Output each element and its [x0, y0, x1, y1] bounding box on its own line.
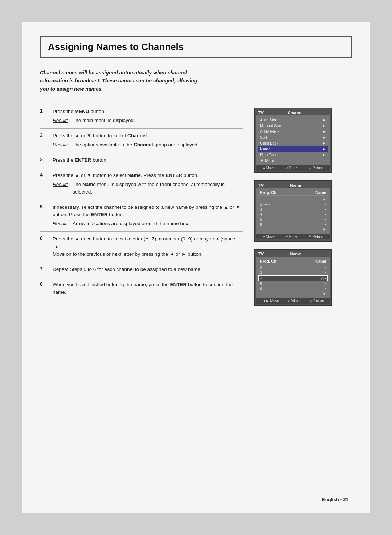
step-6-num: 6: [40, 235, 47, 258]
screen3-tv-label: TV: [258, 252, 264, 256]
step-8: 8 When you have finished entering the na…: [40, 277, 243, 300]
step-1: 1 Press the MENU button. Result: The mai…: [40, 104, 243, 128]
screen2-table-header: Prog. Ch. Name: [258, 190, 328, 196]
result-label-5: Result:: [53, 220, 69, 228]
step-4-content: Press the ▲ or ▼ button to select Name. …: [53, 172, 243, 196]
screen3-row-2: 2 ----- •: [258, 265, 328, 270]
result-label: Result:: [53, 117, 69, 125]
step-3-content: Press the ENTER button.: [53, 157, 243, 164]
footer-text: English - 21: [322, 497, 348, 502]
step-7-num: 7: [40, 266, 47, 273]
step-2-result: The options available in the Channel gro…: [73, 141, 243, 149]
page-footer: English - 21: [322, 497, 348, 502]
screen3-body: Prog. Ch. Name 2 ----- • 3 ----- • 4 ---…: [256, 257, 330, 298]
screens-column: TV Channel Auto Store ► Manual Store ► A…: [254, 108, 352, 306]
intro-line3: you to assign new names.: [40, 86, 103, 92]
screen2-footer: ♦ Move ↵ Enter ⊞ Return: [256, 234, 330, 239]
step-5: 5 If necessary, select the channel to be…: [40, 200, 243, 232]
tv-screen-2: TV Name Prog. Ch. Name ▲ 2 ----- •: [254, 180, 332, 242]
screen3-name-label: Name: [264, 252, 328, 256]
screen2-row-5: 5 ----- •: [258, 217, 328, 222]
step-2: 2 Press the ▲ or ▼ button to select Chan…: [40, 128, 243, 153]
menu-item-childlock-label: Child Lock: [260, 141, 278, 145]
col2-header: Name: [315, 190, 326, 195]
screen1-footer: ♦ Move ↵ Enter ⊞ Return: [256, 165, 330, 171]
step-3-num: 3: [40, 157, 47, 164]
menu-item-more: ▼ More: [258, 158, 328, 163]
footer2-return: ⊞ Return: [309, 235, 323, 239]
screen2-body: Prog. Ch. Name ▲ 2 ----- • 3 ----- •: [256, 188, 330, 234]
screen3-row-6: 6 ----- •: [258, 286, 328, 291]
screen2-name-label: Name: [264, 183, 328, 187]
intro-line1: Channel names will be assigned automatic…: [40, 70, 187, 76]
menu-item-finetune: Fine Tune ►: [258, 152, 328, 158]
step-6-content: Press the ▲ or ▼ button to select a lett…: [53, 235, 243, 258]
menu-item-sort: Sort ►: [258, 134, 328, 140]
menu-item-manualstore-label: Manual Store: [260, 123, 283, 128]
screen3-header: TV Name: [256, 251, 330, 257]
footer-return: ⊞ Return: [309, 166, 323, 170]
menu-item-finetune-arrow: ►: [322, 153, 326, 157]
result-label-4: Result:: [53, 181, 69, 196]
screen2-tv-label: TV: [258, 183, 264, 187]
page-title: Assigning Names to Channels: [48, 41, 184, 52]
step-7: 7 Repeat Steps 5 to 6 for each channel t…: [40, 262, 243, 277]
menu-item-autostore-label: Auto Store: [260, 118, 279, 122]
menu-item-adddelete-label: Add/Delete: [260, 129, 279, 134]
screen3-footer: ◄► Move ♦ Adjust ⊞ Return: [256, 298, 330, 304]
step-1-content: Press the MENU button. Result: The main …: [53, 108, 243, 125]
menu-item-adddelete: Add/Delete ►: [258, 129, 328, 134]
col1-header: Prog. Ch.: [260, 190, 278, 195]
content-area: 1 Press the MENU button. Result: The mai…: [40, 104, 352, 306]
menu-item-finetune-label: Fine Tune: [260, 153, 278, 157]
screen2-row-6: 6 ----- •: [258, 222, 328, 227]
menu-item-sort-arrow: ►: [322, 135, 326, 139]
menu-item-manualstore: Manual Store ►: [258, 123, 328, 129]
step-5-num: 5: [40, 204, 47, 228]
tv-screen-3: TV Name Prog. Ch. Name 2 ----- • 3 -----…: [254, 249, 332, 306]
footer3-return: ⊞ Return: [309, 299, 324, 303]
menu-item-manualstore-arrow: ►: [322, 123, 326, 128]
screen2-row-down: ▼: [258, 227, 328, 232]
screen1-tv-label: TV: [258, 110, 264, 115]
menu-item-name: Name ►: [258, 146, 328, 152]
step-8-content: When you have finished entering the name…: [53, 281, 243, 296]
intro-paragraph: Channel names will be assigned automatic…: [40, 69, 243, 93]
screen1-channel-label: Channel: [264, 110, 328, 115]
screen2-row-2: 2 ----- •: [258, 202, 328, 207]
step-4: 4 Press the ▲ or ▼ button to select Name…: [40, 168, 243, 200]
menu-item-childlock: Child Lock ►: [258, 140, 328, 146]
screen3-row-4-selected: 4 ----- A •: [258, 275, 328, 281]
step-3: 3 Press the ENTER button.: [40, 153, 243, 168]
step-5-result: Arrow indications are displayed around t…: [73, 220, 243, 228]
menu-item-sort-label: Sort: [260, 135, 267, 139]
col2-header-3: Name: [315, 259, 326, 263]
footer2-enter: ↵ Enter: [285, 235, 298, 239]
title-box: Assigning Names to Channels: [40, 36, 352, 58]
screen1-header: TV Channel: [256, 110, 330, 115]
footer3-move: ◄► Move: [262, 299, 279, 303]
step-5-content: If necessary, select the channel to be a…: [53, 204, 243, 228]
tv-screen-1: TV Channel Auto Store ► Manual Store ► A…: [254, 108, 332, 173]
menu-item-name-arrow: ►: [322, 147, 326, 151]
page: Assigning Names to Channels Channel name…: [22, 22, 370, 513]
menu-item-autostore: Auto Store ►: [258, 117, 328, 123]
footer3-adjust: ♦ Adjust: [288, 299, 301, 303]
result-label-2: Result:: [53, 141, 69, 149]
step-7-content: Repeat Steps 5 to 6 for each channel to …: [53, 266, 243, 273]
screen3-row-3: 3 ----- •: [258, 270, 328, 275]
menu-item-adddelete-arrow: ►: [322, 129, 326, 134]
step-4-result: The Name menu is displayed with the curr…: [73, 181, 243, 196]
step-8-num: 8: [40, 281, 47, 296]
step-4-num: 4: [40, 172, 47, 196]
step-1-result: The main menu is displayed.: [73, 117, 243, 125]
step-1-num: 1: [40, 108, 47, 125]
screen3-row-down: ▼: [258, 291, 328, 296]
steps-column: 1 Press the MENU button. Result: The mai…: [40, 104, 243, 306]
screen2-row-up: ▲: [258, 196, 328, 202]
footer-enter: ↵ Enter: [285, 166, 298, 170]
col1-header-3: Prog. Ch.: [260, 259, 278, 263]
step-2-num: 2: [40, 132, 47, 149]
menu-item-more-label: ▼ More: [260, 158, 274, 163]
footer-move: ♦ Move: [263, 166, 275, 170]
